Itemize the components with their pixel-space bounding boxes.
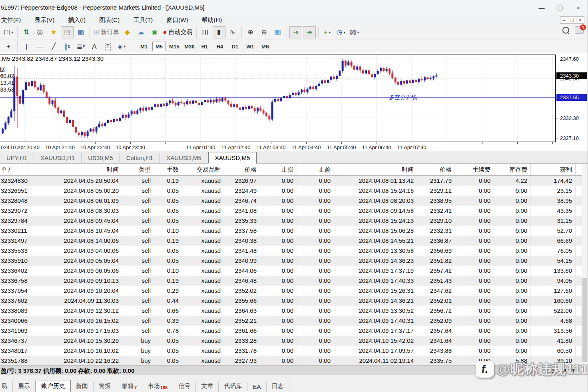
bottom-tab-日志[interactable]: 日志 [267,381,289,392]
fibonacci-button[interactable]: ≣F [74,40,87,52]
chart-tab-3[interactable]: Cotton,H1 [120,153,160,163]
menu-item-4[interactable]: 工具(T) [126,16,159,24]
column-header-0[interactable]: 单 / [0,164,28,175]
timeframe-h4[interactable]: H4 [213,42,227,51]
chart-tab-0[interactable]: UPY,H1 [0,153,34,163]
arrow-objects-caret-icon[interactable]: ▾ [124,44,126,48]
column-header-3[interactable]: 手数 [154,164,182,175]
menu-item-3[interactable]: 图表(C) [92,16,126,24]
mdi-minimize-icon[interactable]: ‒ [560,17,568,23]
column-header-8[interactable]: 时间 [334,164,417,175]
tile-windows-button[interactable]: ▦ [271,26,284,38]
templates-button[interactable]: ▨▾ [348,26,361,38]
templates-caret-icon[interactable]: ▾ [357,30,359,34]
periods-caret-icon[interactable]: ▾ [343,30,345,34]
indicators-caret-icon[interactable]: ▾ [329,30,331,34]
timeframe-w1[interactable]: W1 [243,42,257,51]
table-row[interactable]: 323364022024.04.09 06:05:06sell0.10xauus… [0,266,582,276]
table-row[interactable]: 323467372024.04.10 15:30:29buy0.05xauusd… [0,336,582,346]
title-bar[interactable]: 51997: Pepperstone-Edge08 - Pepperstone … [0,0,588,16]
table-row[interactable]: 323280482024.04.08 06:01:09sell0.05xauus… [0,196,582,206]
zoom-in-button[interactable]: ⊕ [244,26,257,38]
new-chart-caret-icon[interactable]: ▾ [11,30,13,34]
maximize-icon[interactable]: ▢ [551,0,569,15]
column-header-10[interactable]: 手续费 [455,164,494,175]
auto-scroll-button[interactable]: ↠ [303,26,316,38]
table-row[interactable]: 323480172024.04.10 16:10:02buy0.05xauusd… [0,346,582,356]
chart-bars-button[interactable]: ┃┃┃ [199,26,212,38]
publish-chart-button[interactable]: ☁ [134,26,147,38]
chart-tab-1[interactable]: XAUUSD,H1 [34,153,82,163]
profile-symbols-button[interactable]: ⇅ [20,26,33,38]
market-watch-button[interactable]: ▤ [61,26,74,38]
trend-line-button[interactable]: ╱ [47,40,60,52]
new-order-button[interactable]: ⊞新订单 [92,26,120,38]
menu-item-0[interactable]: 文件(F) [0,16,28,24]
column-header-1[interactable]: 时间 [28,164,122,175]
indicators-button[interactable]: +▾ [321,26,334,38]
mdi-restore-icon[interactable]: ▢ [568,17,576,23]
column-header-2[interactable]: 类型 [122,164,154,175]
notifications-icon[interactable]: 1 [575,26,584,34]
chart-tab-2[interactable]: US30,M5 [82,153,120,163]
chart-area[interactable]: XAUUSD,M5 2343.82 2343.87 2343.12 2343.3… [0,53,588,151]
zoom-out-button[interactable]: ⊖ [258,26,271,38]
close-icon[interactable]: × [569,0,588,15]
timeframe-m15[interactable]: M15 [167,42,181,51]
table-row[interactable]: 323367582024.04.09 09:10:13sell0.19xauus… [0,276,582,286]
table-row[interactable]: 323297842024.04.08 09:45:04sell0.05xauus… [0,216,582,226]
table-row[interactable]: 323290722024.04.08 08:30:03sell0.05xauus… [0,206,582,216]
timeframe-h1[interactable]: H1 [198,42,211,51]
cursor-crosshair-button[interactable]: + [2,40,15,52]
chart-tab-4[interactable]: XAUUSD,M5 [160,153,208,163]
bottom-tab-警报[interactable]: 警报 [94,381,116,392]
menu-item-1[interactable]: 显示(V) [28,16,61,24]
search-icon[interactable] [562,27,569,34]
table-row[interactable]: 323302112024.04.08 10:45:04sell0.10xauus… [0,226,582,236]
bottom-tab-邮箱[interactable]: 邮箱7 [116,381,142,392]
profiles-button[interactable]: ★ [47,26,60,38]
text-label-button[interactable]: T [102,40,114,52]
table-row[interactable]: 323248302024.04.05 20:50:04sell0.19xauus… [0,176,582,186]
table-row[interactable]: 323370542024.04.09 10:20:04sell0.29xauus… [0,286,582,296]
column-header-4[interactable]: 交易品种 [182,164,224,175]
minimize-icon[interactable]: — [532,0,551,15]
periods-button[interactable]: ◷▾ [335,26,347,38]
timeframe-mn[interactable]: MN [259,42,272,51]
column-header-12[interactable]: 获利 [531,164,576,175]
bottom-tab-代码库[interactable]: 代码库 [219,381,247,392]
table-row[interactable]: 323359102024.04.09 05:05:04sell0.05xauus… [0,256,582,266]
price-scale[interactable]: 2347.602342.502332.302327.10 2343.30 233… [556,53,588,142]
equidistant-channel-button[interactable]: ∥E [61,40,74,52]
data-window-button[interactable]: ▦ [74,26,87,38]
text-button[interactable]: A [88,40,101,52]
timeframe-m5[interactable]: M5 [152,42,166,51]
table-row[interactable]: 323314972024.04.08 14:00:06sell0.19xauus… [0,236,582,246]
menu-item-6[interactable]: 帮助(H) [195,16,229,24]
new-chart-button[interactable]: ◫▾ [2,26,15,38]
column-header-11[interactable]: 库存费 [494,164,531,175]
timeframe-m30[interactable]: M30 [183,42,196,51]
column-header-9[interactable]: 价格 [417,164,455,175]
bottom-tab-新闻[interactable]: 新闻 [71,381,94,392]
timeframe-m1[interactable]: M1 [137,42,151,51]
chart-line-button[interactable]: ∿ [226,26,239,38]
table-row[interactable]: 323376022024.04.09 11:30:03sell0.44xauus… [0,296,582,306]
bottom-tab-易[interactable]: 易 [0,381,13,392]
bottom-tab-账户历史[interactable]: 账户历史 [36,380,71,392]
scrollbar-thumb[interactable] [582,278,587,362]
table-row[interactable]: 323400662024.04.09 16:15:02sell0.39xauus… [0,316,582,326]
chart-plot[interactable] [0,53,556,142]
timeframe-d1[interactable]: D1 [228,42,242,51]
vertical-line-button[interactable]: | [20,40,33,52]
time-axis[interactable]: 02410 Apr 20:4010 Apr 21:4010 Apr 22:401… [0,142,556,151]
autotrading-button[interactable]: ●自动交易 [161,26,193,38]
bottom-tab-信号[interactable]: 信号 [173,381,196,392]
chart-annotation-text[interactable]: 多空分界线 [389,94,417,101]
table-row[interactable]: 323380892024.04.09 12:30:12sell0.66xauus… [0,306,582,316]
signals-button[interactable]: ◉ [148,26,161,38]
arrow-objects-button[interactable]: ◈▾ [115,40,128,52]
table-row[interactable]: 323355332024.04.09 04:00:06sell0.05xauus… [0,246,582,256]
column-header-6[interactable]: 止损 [260,164,297,175]
bottom-tab-市场[interactable]: 市场105 [142,381,173,392]
